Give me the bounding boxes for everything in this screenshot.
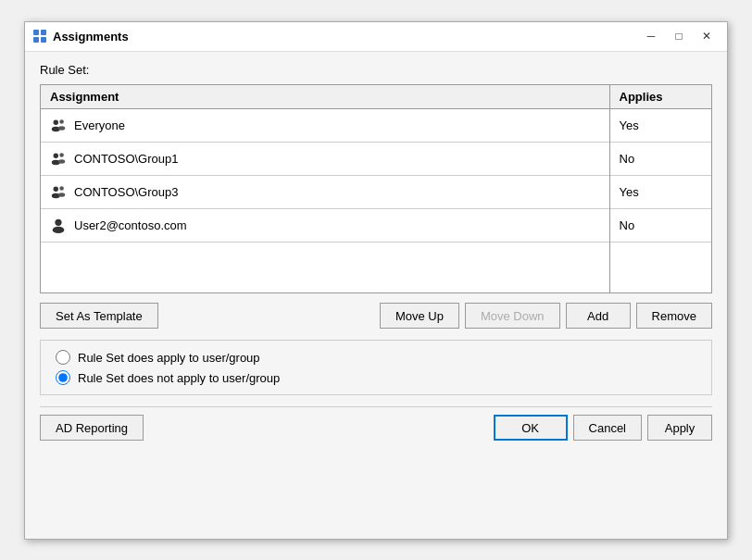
svg-point-14	[59, 186, 64, 191]
assignment-cell: User2@contoso.com	[41, 208, 609, 242]
minimize-button[interactable]: ─	[638, 26, 664, 46]
radio-row-1: Rule Set does apply to user/group	[56, 350, 696, 365]
user-icon	[50, 217, 67, 233]
move-up-button[interactable]: Move Up	[380, 303, 459, 329]
svg-point-8	[54, 154, 58, 158]
assignment-cell: CONTOSO\Group3	[41, 175, 609, 208]
assignment-name: User2@contoso.com	[74, 218, 187, 232]
globe-grid-icon	[32, 29, 47, 44]
footer-row: AD Reporting OK Cancel Apply	[40, 406, 712, 444]
remove-button[interactable]: Remove	[636, 303, 712, 329]
radio-applies-label[interactable]: Rule Set does apply to user/group	[78, 351, 260, 365]
radio-not-applies[interactable]	[56, 370, 70, 385]
svg-point-12	[54, 187, 58, 192]
assignments-window: Assignments ─ □ ✕ Rule Set: Assignment A…	[24, 21, 728, 540]
svg-rect-0	[33, 30, 39, 35]
ok-button[interactable]: OK	[494, 415, 568, 441]
move-down-button[interactable]: Move Down	[465, 303, 560, 329]
assignment-name: CONTOSO\Group1	[74, 152, 178, 166]
radio-not-applies-label[interactable]: Rule Set does not apply to user/group	[78, 371, 280, 385]
rule-set-label: Rule Set:	[40, 63, 712, 77]
assignment-cell: Everyone	[41, 108, 609, 142]
action-buttons-row: Set As Template Move Up Move Down Add Re…	[40, 303, 712, 329]
svg-point-16	[55, 219, 61, 226]
svg-rect-3	[41, 37, 46, 43]
cancel-button[interactable]: Cancel	[573, 415, 642, 441]
svg-point-15	[58, 193, 65, 197]
set-as-template-button[interactable]: Set As Template	[40, 303, 158, 329]
svg-point-11	[58, 159, 65, 164]
applies-cell: No	[609, 142, 711, 175]
maximize-button[interactable]: □	[666, 26, 692, 46]
col-header-assignment: Assignment	[41, 85, 609, 109]
ad-reporting-button[interactable]: AD Reporting	[40, 415, 144, 441]
group-icon	[50, 183, 67, 200]
table-row[interactable]: CONTOSO\Group3 Yes	[41, 175, 711, 208]
group-icon	[50, 150, 67, 167]
applies-cell: No	[609, 208, 711, 242]
svg-point-7	[58, 126, 65, 131]
table-row[interactable]: Everyone Yes	[41, 108, 711, 142]
add-button[interactable]: Add	[566, 303, 631, 329]
svg-rect-1	[41, 30, 46, 35]
assignments-table-container: Assignment Applies Everyone Yes	[40, 84, 712, 294]
assignment-name: CONTOSO\Group3	[74, 185, 178, 199]
group-icon	[50, 117, 67, 133]
table-header-row: Assignment Applies	[41, 85, 711, 109]
assignment-cell: CONTOSO\Group1	[41, 142, 609, 175]
svg-point-6	[59, 119, 64, 124]
svg-point-10	[59, 153, 64, 157]
main-content: Rule Set: Assignment Applies E	[25, 52, 727, 454]
svg-point-4	[54, 120, 58, 125]
empty-row	[41, 242, 711, 292]
applies-cell: Yes	[609, 175, 711, 208]
col-header-applies: Applies	[609, 85, 711, 109]
radio-row-2: Rule Set does not apply to user/group	[56, 370, 696, 385]
assignments-table: Assignment Applies Everyone Yes	[41, 85, 711, 293]
radio-applies[interactable]	[56, 350, 70, 365]
assignment-name: Everyone	[74, 118, 125, 132]
svg-rect-2	[33, 37, 39, 43]
title-bar-controls: ─ □ ✕	[638, 26, 720, 46]
close-button[interactable]: ✕	[694, 26, 720, 46]
applies-cell: Yes	[609, 108, 711, 142]
apply-button[interactable]: Apply	[647, 415, 712, 441]
svg-point-17	[53, 227, 65, 233]
window-title: Assignments	[53, 30, 638, 44]
radio-section: Rule Set does apply to user/group Rule S…	[40, 340, 712, 395]
table-row[interactable]: User2@contoso.com No	[41, 208, 711, 242]
title-bar: Assignments ─ □ ✕	[25, 22, 727, 52]
table-row[interactable]: CONTOSO\Group1 No	[41, 142, 711, 175]
